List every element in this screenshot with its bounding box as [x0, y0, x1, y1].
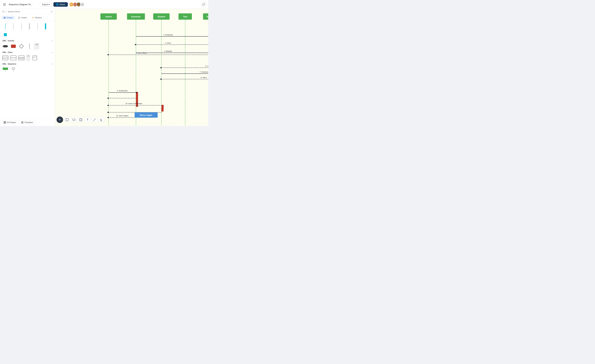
shape-class-table[interactable]	[2, 55, 9, 61]
svg-rect-42	[5, 121, 6, 122]
svg-rect-70	[136, 92, 138, 107]
svg-rect-32	[19, 56, 24, 57]
svg-text:10: return Confirmation: 10: return Confirmation	[126, 103, 142, 104]
svg-text:Rory Logan: Rory Logan	[140, 114, 152, 116]
svg-rect-24	[11, 45, 16, 48]
all-shapes-tab[interactable]: All Shapes	[2, 120, 18, 124]
search-dropdown-icon[interactable]: ▾	[5, 11, 6, 13]
hamburger-button[interactable]	[2, 2, 7, 7]
collapse-arrow-sequence: ▾	[52, 63, 52, 65]
shape-lifeline-4[interactable]	[26, 23, 33, 30]
svg-rect-27	[2, 56, 8, 60]
shape-class-lines[interactable]	[31, 55, 38, 61]
svg-marker-25	[19, 44, 23, 48]
svg-point-6	[77, 5, 80, 6]
svg-rect-48	[21, 122, 22, 123]
share-button[interactable]: 🌐 Share	[53, 2, 68, 7]
section-uml-activity[interactable]: UML - Activity ▾	[1, 39, 54, 42]
svg-text:Test Paper: Test Paper	[206, 15, 208, 18]
sequence-diagram: Admin Examiner Student Test Test Paper R…	[55, 9, 208, 126]
svg-rect-118	[80, 119, 82, 121]
svg-text:8: return: 8: return	[201, 77, 207, 79]
pointer-tool[interactable]	[99, 117, 104, 122]
rectangle-tool[interactable]	[64, 117, 70, 122]
tab-stickers[interactable]: Stickers	[30, 16, 44, 20]
shape-class-box1[interactable]	[10, 55, 17, 61]
svg-text:Test: Test	[183, 15, 187, 18]
svg-marker-95	[160, 79, 161, 80]
more-class-shapes[interactable]: +5	[26, 55, 30, 61]
shape-lifeline-3[interactable]	[18, 23, 25, 30]
shape-class-box2[interactable]	[18, 55, 25, 61]
shape-seq-1[interactable]	[2, 66, 9, 73]
export-button[interactable]: Export ▾	[40, 2, 52, 7]
search-input[interactable]	[8, 10, 50, 13]
svg-text:4: return Status: 4: return Status	[136, 52, 147, 54]
uml-class-shapes: +5	[1, 54, 54, 62]
globe-icon: 🌐	[56, 3, 59, 6]
svg-rect-1	[3, 4, 6, 5]
tab-assets[interactable]: Assets	[16, 16, 29, 20]
svg-text:Admin: Admin	[105, 15, 112, 18]
svg-rect-49	[22, 122, 23, 123]
templates-icon	[21, 121, 23, 123]
pin-icon	[51, 11, 53, 13]
section-uml-sequence[interactable]: UML - Sequence ▾	[1, 62, 54, 65]
close-draw-button[interactable]: ✕	[57, 116, 63, 123]
shape-lifeline-6[interactable]	[42, 23, 49, 30]
templates-tab[interactable]: Templates	[19, 120, 35, 124]
svg-rect-22	[4, 33, 7, 36]
shape-lifeline-2[interactable]	[10, 23, 17, 30]
svg-rect-8	[4, 17, 4, 18]
svg-rect-105	[162, 105, 164, 109]
shape-seq-2[interactable]	[10, 66, 17, 73]
comment-button[interactable]	[201, 2, 206, 7]
more-activity-shapes[interactable]: +10	[34, 43, 39, 50]
svg-point-3	[74, 3, 76, 5]
svg-point-5	[78, 3, 79, 5]
svg-marker-14	[32, 17, 34, 18]
basic-shapes-row	[1, 22, 54, 30]
svg-point-4	[74, 5, 77, 6]
shape-teal-rect[interactable]	[2, 31, 9, 38]
section-uml-class[interactable]: UML - Class ▾	[1, 50, 54, 54]
search-icon	[2, 10, 4, 13]
rounded-rect-tool[interactable]	[71, 117, 77, 122]
tab-shapes[interactable]: Shapes	[1, 16, 15, 20]
svg-rect-43	[4, 122, 5, 123]
text-tool[interactable]: T	[85, 117, 91, 122]
svg-rect-46	[21, 122, 22, 122]
svg-rect-41	[4, 121, 5, 122]
sidebar: ▾ Shapes Assets	[0, 9, 55, 126]
avatars-group: K +3	[69, 2, 85, 7]
shape-lifeline-5[interactable]	[34, 23, 41, 30]
svg-marker-121	[100, 119, 102, 121]
svg-marker-101	[107, 97, 109, 99]
svg-rect-10	[4, 18, 4, 18]
document-title: Sequence Diagram Te...	[9, 3, 38, 6]
svg-rect-0	[3, 3, 6, 4]
rounded-rect-icon	[72, 118, 75, 121]
tabs-row: Shapes Assets Stickers	[0, 14, 55, 21]
canvas[interactable]: Admin Examiner Student Test Test Paper R…	[55, 9, 208, 126]
svg-text:3: Modify(): 3: Modify()	[164, 50, 172, 52]
shape-lifeline-1[interactable]	[2, 23, 9, 30]
line-tool[interactable]	[92, 117, 97, 122]
topbar: Sequence Diagram Te... Export ▾ 🌐 Share …	[0, 0, 208, 9]
sticky-note-icon	[79, 118, 82, 121]
svg-rect-26	[29, 43, 30, 49]
uml-sequence-shapes	[1, 65, 54, 74]
search-bar: ▾	[0, 9, 55, 14]
sticky-note-tool[interactable]	[78, 117, 84, 122]
svg-point-23	[3, 45, 8, 47]
svg-text:Student: Student	[157, 15, 165, 18]
svg-text:9: SendInvite(): 9: SendInvite()	[117, 90, 128, 92]
shape-red-rect[interactable]	[10, 43, 17, 50]
shape-line-vert[interactable]	[26, 43, 33, 50]
shape-diamond[interactable]	[18, 43, 25, 50]
shape-oval[interactable]	[2, 43, 9, 50]
svg-rect-9	[5, 17, 6, 18]
svg-text:6: return Choice: 6: return Choice	[205, 65, 208, 67]
svg-rect-15	[5, 23, 6, 29]
svg-rect-47	[22, 122, 23, 122]
